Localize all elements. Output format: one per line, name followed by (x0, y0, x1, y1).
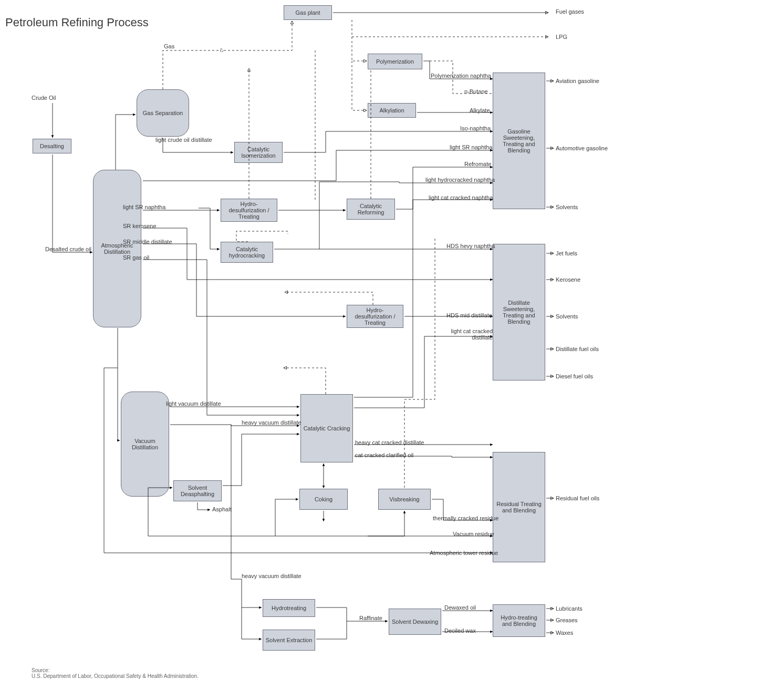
diagram-canvas: Petroleum Refining Process Desalting Gas… (0, 0, 759, 700)
connectors-svg (0, 0, 759, 700)
